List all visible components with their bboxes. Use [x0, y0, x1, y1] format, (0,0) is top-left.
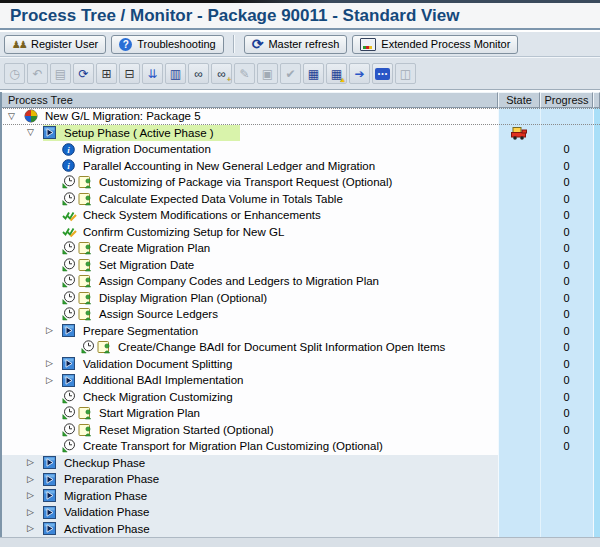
- tree-item-content: Check Migration Customizing: [62, 390, 233, 404]
- tree-item[interactable]: ▷Checkup Phase: [0, 455, 600, 472]
- progress-value: 0: [540, 191, 593, 208]
- toolbar-options-button[interactable]: •••: [372, 63, 393, 84]
- tree-item[interactable]: ▷Activation Phase: [0, 521, 600, 538]
- tree-item[interactable]: iParallel Accounting in New General Ledg…: [0, 158, 600, 175]
- tree-item[interactable]: ▷Preparation Phase: [0, 471, 600, 488]
- toolbar-find-button[interactable]: ∞: [188, 63, 209, 84]
- tree-item-label: Start Migration Plan: [99, 407, 200, 419]
- indent-spacer: [0, 182, 46, 183]
- tree-item[interactable]: iMigration Documentation0: [0, 141, 600, 158]
- tree-item[interactable]: Reset Migration Started (Optional)0: [0, 422, 600, 439]
- tree-item[interactable]: Check System Modifications or Enhancemen…: [0, 207, 600, 224]
- tree-item[interactable]: ▷Migration Phase: [0, 488, 600, 505]
- tree-item[interactable]: Display Migration Plan (Optional)0: [0, 290, 600, 307]
- indent-spacer: [0, 462, 27, 463]
- phase-play-icon: [43, 505, 59, 519]
- master-refresh-button[interactable]: ⟳ Master refresh: [244, 35, 348, 54]
- expander-closed-icon[interactable]: ▷: [46, 376, 62, 385]
- tree-item[interactable]: Check Migration Customizing0: [0, 389, 600, 406]
- tree-item[interactable]: ▷Additional BAdI Implementation0: [0, 372, 600, 389]
- tree-item[interactable]: Customizing of Package via Transport Req…: [0, 174, 600, 191]
- tree-item[interactable]: ▷Validation Document Splitting0: [0, 356, 600, 373]
- tree-item[interactable]: Start Migration Plan0: [0, 405, 600, 422]
- tree-item[interactable]: Calculate Expected Data Volume in Totals…: [0, 191, 600, 208]
- tree-item[interactable]: Assign Company Codes and Ledgers to Migr…: [0, 273, 600, 290]
- toolbar-find-next-button[interactable]: ∞+: [211, 63, 232, 84]
- customizing-activity-icon: [78, 423, 94, 437]
- customizing-activity-icon: [78, 274, 94, 288]
- extended-process-monitor-button[interactable]: Extended Process Monitor: [352, 35, 518, 54]
- expander-closed-icon[interactable]: ▷: [46, 359, 62, 368]
- tree-item-content: Additional BAdI Implementation: [62, 373, 243, 387]
- progress-value: 0: [540, 422, 593, 439]
- users-icon: ♟♟: [12, 39, 26, 50]
- tree-item-label: Validation Phase: [64, 506, 149, 518]
- toolbar-legend-warning-button[interactable]: ▦▲: [326, 63, 347, 84]
- tree-item-label: Confirm Customizing Setup for New GL: [83, 226, 284, 238]
- toolbar-expand-all-button[interactable]: ⊞: [96, 63, 117, 84]
- extended-process-monitor-label: Extended Process Monitor: [381, 38, 510, 50]
- check-confirm-icon: [62, 208, 78, 222]
- tree-item[interactable]: ▷Prepare Segmentation0: [0, 323, 600, 340]
- troubleshooting-label: Troubleshooting: [137, 38, 215, 50]
- execute-clock-icon: [62, 406, 78, 420]
- register-user-label: Register User: [31, 38, 98, 50]
- tree-item-content: Migration Phase: [43, 489, 147, 503]
- tree-item-content: New G/L Migration: Package 5: [24, 109, 201, 123]
- column-header-process-tree[interactable]: Process Tree: [0, 92, 498, 108]
- column-header-filler: [593, 92, 600, 108]
- progress-value: 0: [540, 290, 593, 307]
- phase-play-icon: [43, 472, 59, 486]
- tree-item[interactable]: ▷Validation Phase: [0, 504, 600, 521]
- tree-item-content: Calculate Expected Data Volume in Totals…: [62, 192, 343, 206]
- register-user-button[interactable]: ♟♟ Register User: [4, 35, 106, 54]
- legend-icon: ▦: [308, 68, 319, 80]
- expander-closed-icon[interactable]: ▷: [27, 508, 43, 517]
- expander-closed-icon[interactable]: ▷: [27, 475, 43, 484]
- refresh-icon: ⟳: [78, 68, 88, 80]
- collapse-all-icon: ⊟: [124, 68, 134, 80]
- toolbar-legend-button[interactable]: ▦: [303, 63, 324, 84]
- tree-item[interactable]: Create Transport for Migration Plan Cust…: [0, 438, 600, 455]
- table-header: Process Tree State Progress: [0, 92, 600, 108]
- customizing-activity-icon: [78, 406, 94, 420]
- info-icon: i: [62, 159, 78, 173]
- tree-item[interactable]: ▽New G/L Migration: Package 5: [0, 108, 600, 125]
- bottom-strip: [0, 537, 600, 547]
- indent-spacer: [0, 429, 46, 430]
- progress-value: 0: [540, 141, 593, 158]
- column-header-progress[interactable]: Progress: [540, 92, 593, 108]
- tree-item[interactable]: Create/Change BAdI for Document Split In…: [0, 339, 600, 356]
- help-icon: ?: [119, 38, 132, 51]
- indent-spacer: [0, 314, 46, 315]
- tree-item-content: Assign Company Codes and Ledgers to Migr…: [62, 274, 379, 288]
- expander-closed-icon[interactable]: ▷: [27, 458, 43, 467]
- toolbar-display-object-list-button[interactable]: ▥: [165, 63, 186, 84]
- expander-closed-icon[interactable]: ▷: [27, 491, 43, 500]
- troubleshooting-button[interactable]: ? Troubleshooting: [111, 35, 223, 54]
- expander-open-icon[interactable]: ▽: [8, 112, 24, 121]
- toolbar-collapse-all-button[interactable]: ⊟: [119, 63, 140, 84]
- toolbar-sort-descending-button[interactable]: ⇊: [142, 63, 163, 84]
- expander-closed-icon[interactable]: ▷: [46, 326, 62, 335]
- phase-play-icon: [43, 489, 59, 503]
- tree-item-content: Create/Change BAdI for Document Split In…: [81, 340, 445, 354]
- expander-closed-icon[interactable]: ▷: [27, 524, 43, 533]
- find-next-badge-icon: +: [227, 76, 231, 83]
- progress-value: 0: [540, 174, 593, 191]
- tree-item-content: iParallel Accounting in New General Ledg…: [62, 159, 375, 173]
- tree-item[interactable]: ▽Setup Phase ( Active Phase ): [0, 125, 600, 142]
- toolbar-continue-button[interactable]: ➔: [349, 63, 370, 84]
- tree-item-content: Start Migration Plan: [62, 406, 200, 420]
- indent-spacer: [0, 132, 27, 133]
- tree-item[interactable]: Set Migration Date0: [0, 257, 600, 274]
- tree-item-content: Assign Source Ledgers: [62, 307, 218, 321]
- expander-open-icon[interactable]: ▽: [27, 128, 43, 137]
- tree-item[interactable]: Assign Source Ledgers0: [0, 306, 600, 323]
- column-header-state[interactable]: State: [498, 92, 540, 108]
- tree-item[interactable]: Create Migration Plan0: [0, 240, 600, 257]
- customizing-activity-icon: [78, 241, 94, 255]
- tree-item[interactable]: Confirm Customizing Setup for New GL0: [0, 224, 600, 241]
- indent-spacer: [0, 479, 27, 480]
- toolbar-refresh-button[interactable]: ⟳: [73, 63, 94, 84]
